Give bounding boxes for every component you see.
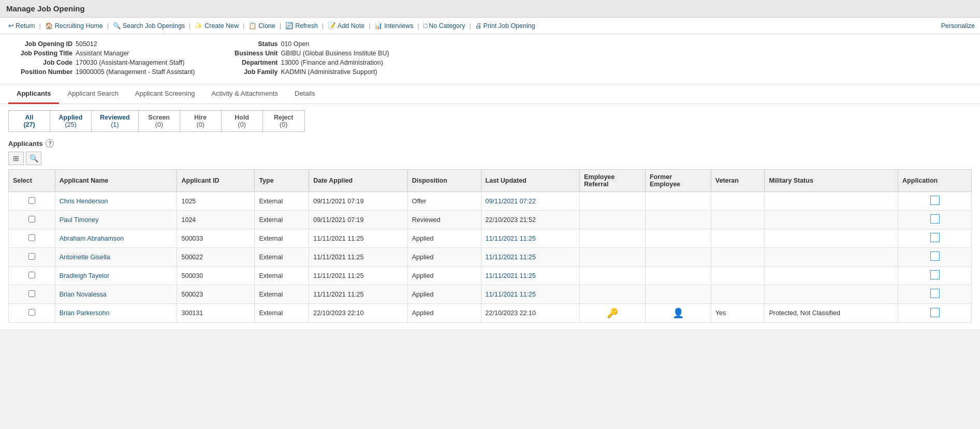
toolbar-clone[interactable]: 📋 Clone xyxy=(245,21,279,31)
job-family-value: KADMIN (Administrative Support) xyxy=(281,68,377,76)
application-icon[interactable] xyxy=(930,233,940,242)
row-select-checkbox[interactable] xyxy=(28,309,35,316)
toolbar-create-new[interactable]: ✨ Create New xyxy=(192,21,242,31)
search-button[interactable]: 🔍 xyxy=(26,152,41,165)
refresh-label: Refresh xyxy=(295,22,318,29)
applicant-id-cell: 1024 xyxy=(177,211,255,229)
application-icon[interactable] xyxy=(930,308,940,317)
help-icon[interactable]: ? xyxy=(46,139,54,147)
no-category-label: No Category xyxy=(429,22,465,29)
personalize-button[interactable]: Personalize xyxy=(941,22,975,29)
application-cell xyxy=(898,267,972,285)
job-posting-title-label: Job Posting Title xyxy=(10,50,72,57)
applicant-id-cell: 500033 xyxy=(177,229,255,248)
print-icon: 🖨 xyxy=(475,22,482,29)
return-icon: ↩ xyxy=(8,22,14,29)
application-icon[interactable] xyxy=(930,252,940,261)
col-select: Select xyxy=(9,170,55,192)
filter-hold-count: (0) xyxy=(230,121,254,128)
application-icon[interactable] xyxy=(930,289,940,298)
filter-screen[interactable]: Screen (0) xyxy=(139,111,180,131)
status-value: 010 Open xyxy=(281,40,309,48)
application-icon[interactable] xyxy=(930,214,940,224)
tab-applicant-search[interactable]: Applicant Search xyxy=(59,84,126,104)
page-title: Manage Job Opening xyxy=(0,0,980,18)
toolbar-recruiting-home[interactable]: 🏠 Recruiting Home xyxy=(42,21,106,31)
business-unit-label: Business Unit xyxy=(215,50,277,57)
former-employee-cell: 👤 xyxy=(645,304,711,323)
filter-screen-count: (0) xyxy=(147,121,171,128)
table-row: Abraham Abrahamson500033External11/11/20… xyxy=(9,229,972,248)
military-status-cell xyxy=(765,192,898,211)
employee-referral-cell xyxy=(580,211,646,229)
applicant-name-link[interactable]: Bradleigh Tayelor xyxy=(60,272,109,279)
tab-applicant-search-label: Applicant Search xyxy=(67,90,118,97)
print-job-opening-label: Print Job Opening xyxy=(484,22,535,29)
former-employee-cell xyxy=(645,229,711,248)
col-disposition: Disposition xyxy=(407,170,481,192)
application-icon[interactable] xyxy=(930,196,940,205)
filter-hire-count: (0) xyxy=(188,121,213,128)
employee-referral-cell xyxy=(580,192,646,211)
applicant-name-link[interactable]: Paul Timoney xyxy=(60,216,99,224)
military-status-cell xyxy=(765,248,898,267)
tab-applicants[interactable]: Applicants xyxy=(8,84,59,104)
row-select-checkbox[interactable] xyxy=(28,272,35,278)
tabs-section: Applicants Applicant Search Applicant Sc… xyxy=(0,84,980,104)
filter-hold-label: Hold xyxy=(230,114,254,121)
page-title-text: Manage Job Opening xyxy=(6,4,85,13)
row-select-checkbox[interactable] xyxy=(28,216,35,223)
sep8: | xyxy=(417,22,420,29)
table-row: Bradleigh Tayelor500030External11/11/202… xyxy=(9,267,972,285)
job-family-label: Job Family xyxy=(215,68,277,76)
toolbar-add-note[interactable]: 📝 Add Note xyxy=(325,21,368,31)
grid-view-button[interactable]: ⊞ xyxy=(8,152,24,165)
filter-hold[interactable]: Hold (0) xyxy=(222,111,263,131)
status-label: Status xyxy=(215,40,277,48)
row-select-checkbox[interactable] xyxy=(28,253,35,260)
last-updated-cell: 11/11/2021 11:25 xyxy=(481,267,580,285)
applicant-name-link[interactable]: Brian Parkersohn xyxy=(60,309,110,317)
application-icon[interactable] xyxy=(930,270,940,279)
toolbar-print-job-opening[interactable]: 🖨 Print Job Opening xyxy=(472,21,538,31)
job-info-section: Job Opening ID 505012 Job Posting Title … xyxy=(0,34,980,84)
row-select-checkbox[interactable] xyxy=(28,234,35,241)
toolbar-no-category[interactable]: □ No Category xyxy=(420,21,469,31)
filter-hire[interactable]: Hire (0) xyxy=(180,111,222,131)
last-updated-cell: 11/11/2021 11:25 xyxy=(481,229,580,248)
applicant-name-link[interactable]: Abraham Abrahamson xyxy=(60,235,124,242)
toolbar-interviews[interactable]: 📊 Interviews xyxy=(371,21,416,31)
disposition-cell: Offer xyxy=(407,192,481,211)
toolbar-search-job-openings[interactable]: 🔍 Search Job Openings xyxy=(110,21,188,31)
application-cell xyxy=(898,285,972,304)
tab-details-label: Details xyxy=(295,90,315,97)
department-label: Department xyxy=(215,59,277,66)
filter-reviewed[interactable]: Reviewed (1) xyxy=(92,111,139,131)
military-status-cell: Protected, Not Classified xyxy=(765,304,898,323)
filter-reject[interactable]: Reject (0) xyxy=(263,111,304,131)
job-code-row: Job Code 170030 (Assistant-Management St… xyxy=(10,59,195,66)
search-icon: 🔍 xyxy=(113,22,121,29)
filter-applied[interactable]: Applied (25) xyxy=(50,111,92,131)
col-military-status: Military Status xyxy=(765,170,898,192)
employee-referral-cell xyxy=(580,267,646,285)
applicant-name-link[interactable]: Chris Henderson xyxy=(60,198,108,205)
tab-activity-attachments[interactable]: Activity & Attachments xyxy=(203,84,286,104)
type-cell: External xyxy=(255,248,309,267)
applicant-name-link[interactable]: Antoinette Gisella xyxy=(60,254,110,261)
create-new-label: Create New xyxy=(204,22,239,29)
toolbar-refresh[interactable]: 🔄 Refresh xyxy=(282,21,321,31)
applicant-name-link[interactable]: Brian Novalessa xyxy=(60,291,107,298)
tab-applicant-screening[interactable]: Applicant Screening xyxy=(127,84,203,104)
last-updated-cell: 11/11/2021 11:25 xyxy=(481,285,580,304)
applicant-id-cell: 300131 xyxy=(177,304,255,323)
row-select-checkbox[interactable] xyxy=(28,197,35,204)
disposition-cell: Applied xyxy=(407,248,481,267)
last-updated-cell: 22/10/2023 21:52 xyxy=(481,211,580,229)
tab-details[interactable]: Details xyxy=(286,84,324,104)
filter-hire-label: Hire xyxy=(188,114,213,121)
row-select-checkbox[interactable] xyxy=(28,290,35,297)
filter-all[interactable]: All (27) xyxy=(9,111,50,131)
toolbar-return[interactable]: ↩ Return xyxy=(5,21,38,31)
create-icon: ✨ xyxy=(195,22,203,29)
